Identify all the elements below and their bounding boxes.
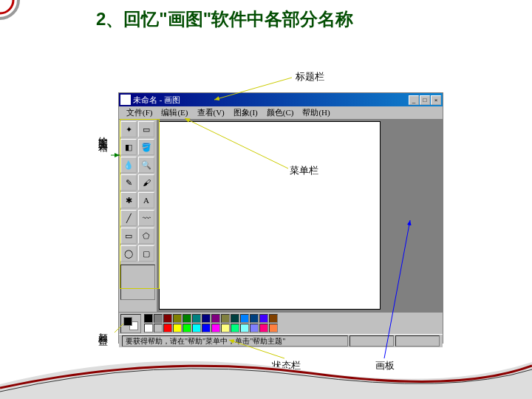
label-toolbox: 绘图工具箱 — [96, 129, 109, 137]
close-button[interactable]: × — [431, 95, 441, 105]
app-icon — [120, 95, 131, 105]
color-swatch[interactable] — [211, 324, 220, 332]
color-swatch[interactable] — [259, 314, 268, 323]
color-swatch[interactable] — [221, 314, 230, 323]
menu-help[interactable]: 帮助(H) — [298, 107, 334, 118]
slide-title: 2、回忆"画图"软件中各部分名称 — [96, 7, 353, 31]
canvas-area — [157, 120, 443, 312]
color-swatch[interactable] — [173, 324, 182, 332]
tool-options — [120, 265, 155, 300]
menu-color[interactable]: 颜色(C) — [262, 107, 299, 118]
tool-pencil[interactable]: ✎ — [120, 174, 137, 191]
color-swatch[interactable] — [163, 314, 172, 323]
tool-airbrush[interactable]: ✱ — [120, 192, 137, 208]
tool-brush[interactable]: 🖌 — [138, 174, 154, 191]
minimize-button[interactable]: _ — [409, 95, 419, 105]
main-area: ✦▭◧🪣💧🔍✎🖌✱A╱〰▭⬠◯▢ — [119, 120, 443, 312]
menubar: 文件(F) 编辑(E) 查看(V) 图象(I) 颜色(C) 帮助(H) — [119, 106, 443, 120]
color-swatch[interactable] — [154, 314, 163, 323]
color-swatch[interactable] — [202, 314, 211, 323]
color-swatch[interactable] — [163, 324, 172, 332]
color-swatch[interactable] — [144, 314, 153, 323]
tool-text[interactable]: A — [138, 192, 154, 208]
tool-rectangle[interactable]: ▭ — [120, 228, 137, 244]
color-swatch[interactable] — [202, 324, 211, 332]
color-swatch[interactable] — [183, 324, 191, 332]
corner-decoration — [0, 0, 30, 30]
color-swatch[interactable] — [211, 314, 220, 323]
color-swatch[interactable] — [240, 324, 249, 332]
tool-eraser[interactable]: ◧ — [120, 139, 137, 155]
color-swatch[interactable] — [192, 314, 201, 323]
color-palette — [119, 312, 443, 334]
tool-rounded-rect[interactable]: ▢ — [138, 245, 154, 262]
foreground-color — [123, 317, 132, 326]
fg-bg-indicator[interactable] — [120, 314, 141, 333]
titlebar[interactable]: 未命名 - 画图 _ □ × — [119, 93, 443, 106]
color-swatch[interactable] — [154, 324, 163, 332]
color-swatch[interactable] — [144, 324, 153, 332]
tool-fill[interactable]: 🪣 — [138, 139, 154, 155]
color-swatch[interactable] — [183, 314, 191, 323]
menu-file[interactable]: 文件(F) — [122, 107, 157, 118]
menu-image[interactable]: 图象(I) — [229, 107, 262, 118]
bottom-swoosh — [0, 340, 532, 399]
color-swatch[interactable] — [221, 324, 230, 332]
menu-view[interactable]: 查看(V) — [193, 107, 229, 118]
label-palette: 颜料盒 — [96, 325, 109, 330]
tool-ellipse[interactable]: ◯ — [120, 245, 137, 262]
tool-rect-select[interactable]: ▭ — [138, 121, 154, 137]
mspaint-window: 未命名 - 画图 _ □ × 文件(F) 编辑(E) 查看(V) 图象(I) 颜… — [118, 92, 443, 344]
color-swatch[interactable] — [269, 314, 278, 323]
color-swatch[interactable] — [250, 314, 259, 323]
tool-polygon[interactable]: ⬠ — [138, 228, 154, 244]
tool-magnify[interactable]: 🔍 — [138, 157, 154, 173]
toolbox: ✦▭◧🪣💧🔍✎🖌✱A╱〰▭⬠◯▢ — [119, 120, 157, 312]
color-swatch[interactable] — [269, 324, 278, 332]
tool-curve[interactable]: 〰 — [138, 210, 154, 226]
color-swatch[interactable] — [240, 314, 249, 323]
tool-line[interactable]: ╱ — [120, 210, 137, 226]
color-swatch[interactable] — [250, 324, 259, 332]
color-swatch[interactable] — [231, 324, 239, 332]
label-menubar: 菜单栏 — [290, 164, 318, 177]
tool-picker[interactable]: 💧 — [120, 157, 137, 173]
window-title: 未命名 - 画图 — [133, 95, 409, 106]
color-swatch[interactable] — [192, 324, 201, 332]
color-swatch[interactable] — [173, 314, 182, 323]
maximize-button[interactable]: □ — [420, 95, 430, 105]
color-swatch[interactable] — [259, 324, 268, 332]
label-titlebar: 标题栏 — [296, 70, 324, 83]
svg-point-1 — [0, 0, 13, 13]
menu-edit[interactable]: 编辑(E) — [157, 107, 192, 118]
tool-freeform-select[interactable]: ✦ — [120, 121, 137, 137]
canvas[interactable] — [159, 121, 381, 310]
color-swatch[interactable] — [231, 314, 239, 323]
